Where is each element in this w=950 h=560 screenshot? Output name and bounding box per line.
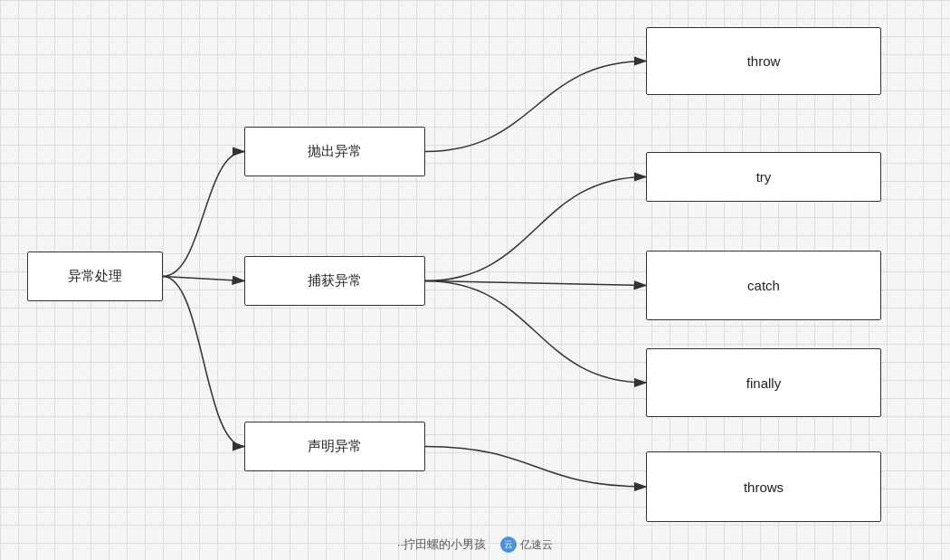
box-throw_out: 抛出异常: [244, 127, 425, 176]
watermark-text1: ··拧田螺的小男孩: [397, 536, 486, 553]
box-root: 异常处理: [27, 252, 163, 301]
logo-icon: 云: [500, 536, 517, 553]
watermark-text2: 亿速云: [520, 537, 553, 553]
box-finally: finally: [646, 348, 881, 417]
box-throw: throw: [646, 27, 881, 95]
box-catch: catch: [646, 251, 881, 320]
watermark: ··拧田螺的小男孩 云 亿速云: [0, 536, 950, 553]
watermark-logo: 云 亿速云: [500, 536, 553, 553]
box-catch_ex: 捕获异常: [244, 256, 425, 306]
box-try: try: [646, 152, 881, 202]
diagram-container: 异常处理抛出异常捕获异常声明异常throwtrycatchfinallythro…: [0, 0, 950, 560]
box-declare_ex: 声明异常: [244, 422, 425, 471]
box-throws: throws: [646, 451, 881, 522]
